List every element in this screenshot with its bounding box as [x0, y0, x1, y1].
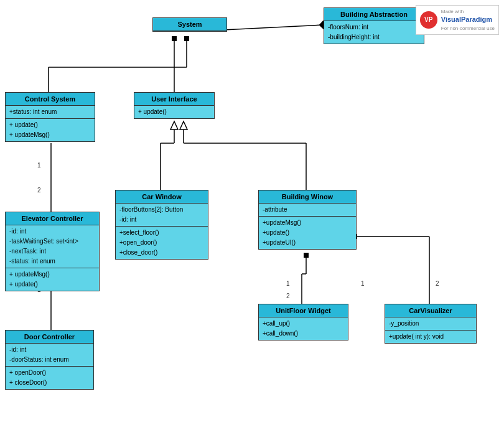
sub-label: For non-commercial use — [441, 25, 495, 32]
class-building-window-methods: +updateMsg() +update() +updateUI() — [259, 217, 356, 249]
svg-rect-9 — [172, 36, 177, 41]
class-car-visualizer-header: CarVisualizer — [385, 304, 476, 317]
class-control-system-attrs: +status: int enum — [6, 106, 95, 118]
class-control-system: Control System +status: int enum + updat… — [5, 92, 95, 142]
multiplicity-2a: 2 — [37, 187, 41, 194]
class-elevator-controller: Elevator Controller -id: int -taskWaitin… — [5, 212, 100, 291]
svg-rect-24 — [304, 253, 309, 258]
svg-marker-17 — [180, 121, 187, 129]
class-unitfloor-widget-methods: +call_up() +call_down() — [259, 317, 348, 340]
watermark-text: Made with VisualParadigm For non-commerc… — [441, 8, 495, 32]
class-car-window-attrs: -floorButtons[2]: Button -id: int — [116, 204, 208, 226]
multiplicity-1a: 1 — [37, 162, 41, 169]
multiplicity-2b: 2 — [286, 293, 290, 299]
multiplicity-2c: 2 — [436, 280, 439, 287]
class-car-window-header: Car Window — [116, 190, 208, 204]
multiplicity-1c: 1 — [286, 280, 290, 287]
made-with-label: Made with — [441, 8, 495, 15]
class-unitfloor-widget: UnitFloor Widget +call_up() +call_down() — [258, 304, 348, 340]
class-system: System — [152, 17, 227, 32]
class-building-abstraction: Building Abstraction -floorsNum: int -bu… — [324, 7, 424, 44]
class-door-controller-header: Door Controller — [6, 331, 93, 344]
svg-rect-6 — [184, 36, 189, 41]
class-door-controller-attrs: -id: int -doorStatus: int enum — [6, 344, 93, 366]
class-unitfloor-widget-header: UnitFloor Widget — [259, 304, 348, 317]
brand-label: VisualParadigm — [441, 15, 495, 24]
class-building-window-header: Building Winow — [259, 190, 356, 204]
svg-marker-13 — [170, 121, 178, 129]
class-user-interface: User Interface + update() — [134, 92, 215, 119]
diagram-container: 1 2 1 1 2 1 2 System Building Abstractio… — [0, 0, 504, 432]
class-car-visualizer: CarVisualizer -y_position +update( int y… — [385, 304, 477, 344]
class-control-system-header: Control System — [6, 93, 95, 106]
class-control-system-methods: + update() + updateMsg() — [6, 119, 95, 141]
class-car-window-methods: +select_floor() +open_door() +close_door… — [116, 227, 208, 259]
class-user-interface-header: User Interface — [134, 93, 214, 106]
class-elevator-controller-header: Elevator Controller — [6, 212, 99, 225]
vp-logo-icon: VP — [420, 11, 437, 29]
watermark: VP Made with VisualParadigm For non-comm… — [416, 5, 499, 35]
class-user-interface-methods: + update() — [134, 106, 214, 118]
multiplicity-1d: 1 — [361, 280, 365, 287]
class-car-visualizer-methods: +update( int y): void — [385, 331, 476, 343]
class-car-window: Car Window -floorButtons[2]: Button -id:… — [115, 190, 208, 260]
class-building-abstraction-header: Building Abstraction — [324, 8, 424, 21]
class-car-visualizer-attrs: -y_position — [385, 317, 476, 330]
class-building-window: Building Winow -attribute +updateMsg() +… — [258, 190, 357, 250]
class-elevator-controller-attrs: -id: int -taskWaitingSet: set<int> -next… — [6, 225, 99, 268]
class-building-abstraction-attrs: -floorsNum: int -buildingHeight: int — [324, 21, 424, 44]
class-door-controller-methods: + openDoor() + closeDoor() — [6, 367, 93, 389]
class-door-controller: Door Controller -id: int -doorStatus: in… — [5, 330, 94, 390]
svg-line-2 — [224, 25, 324, 30]
class-system-header: System — [153, 18, 226, 31]
class-building-window-attrs: -attribute — [259, 204, 356, 216]
class-elevator-controller-methods: + updateMsg() + update() — [6, 268, 99, 291]
